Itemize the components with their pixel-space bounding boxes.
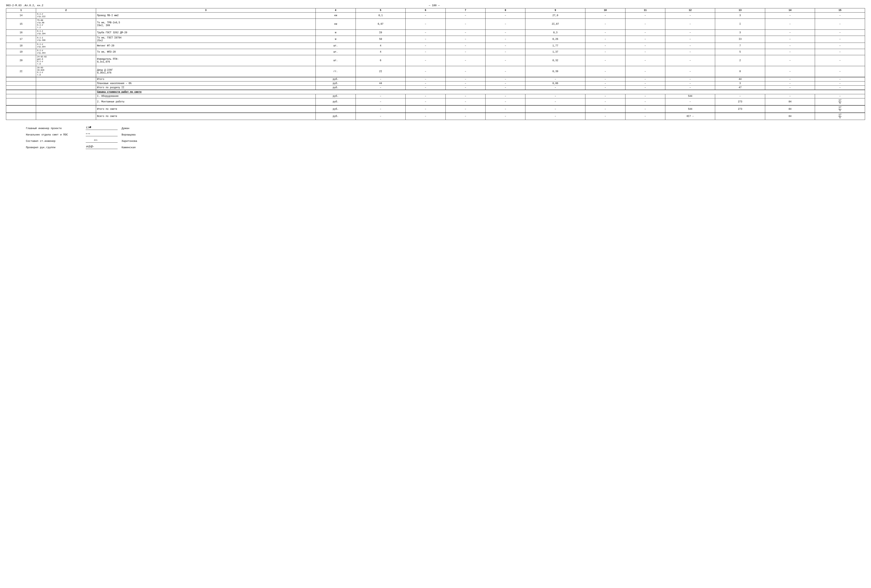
col-header-8: 8: [485, 8, 525, 13]
table-row: 14 П.I-Устр.222 Провод ПВ-I мм2 км 0,1 –…: [6, 13, 865, 19]
sig-role-1: Главный инженер проекте: [26, 127, 82, 130]
sig-name-2: Ворошцова: [121, 133, 145, 136]
col-header-3: 3: [96, 8, 316, 13]
fraction-value: 17 5: [838, 99, 842, 104]
page-number: — 180 —: [429, 4, 440, 7]
sig-row-1: Главный инженер проекте ❴❵❶ Думан: [26, 126, 865, 130]
col-header-12: 12: [665, 8, 715, 13]
vsego-po-smete-row: Всего по смете руб. – – – – – – – 8I7 – …: [6, 113, 865, 120]
col-header-14: 14: [765, 8, 815, 13]
page-header: 903-2-М.83 .Ал.8.2, кн.2 — 180 —: [6, 4, 865, 7]
fraction-value: 17 5: [838, 106, 842, 112]
sig-image-1: ❴❵❶: [86, 126, 118, 130]
col-header-13: 13: [715, 8, 765, 13]
sig-role-2: Начальник отдела смет и ПОС: [26, 133, 82, 136]
summary-row-montazh: 2. Монтажные работы руб. – – – – – – – –…: [6, 98, 865, 106]
table-row: 2I I6-03I0-029П.I-Ут.8 Диод Д-226Г0,36хI…: [6, 66, 865, 77]
sig-name-3: Харитонова: [121, 140, 145, 143]
sig-row-3: Составил ст.инженер ⨯⨯– Харитонова: [26, 139, 865, 143]
fraction-value: 17 5: [838, 114, 842, 119]
summary-row-equipment: I. Оборудование руб. – – – – – – – 544 –…: [6, 94, 865, 98]
sig-role-3: Составил ст.инженер: [26, 140, 82, 143]
sig-image-3: ⨯⨯–: [86, 139, 118, 143]
col-header-7: 7: [446, 8, 485, 13]
total-row-planovye: Плановые накопления – 6% руб. 44 – – – 0…: [6, 82, 865, 86]
total-row-itogo: Итого руб. – – – – – – – – 44 – –: [6, 77, 865, 82]
table-row: 18 П.I-Устр.354 Фитинг ФТ-20 шт. 4 – – –…: [6, 43, 865, 49]
col-header-9: 9: [525, 8, 585, 13]
col-header-5: 5: [356, 8, 406, 13]
summary-title: Сводка стоимости работ по смете: [97, 91, 142, 93]
table-row: 15 Т5-09стр.88П.I-Ут.2 То же, ТРВ-2х0,5I…: [6, 19, 865, 30]
col-header-10: 10: [585, 8, 625, 13]
col-header-11: 11: [625, 8, 665, 13]
total-row-razdel: Итого по разделу II руб. – – – – – – – –…: [6, 86, 865, 90]
sig-name-1: Думан: [121, 127, 145, 130]
table-row: 20 24-02-02доп.6П.I-Ут.8 Извещатель ПТИ–…: [6, 55, 865, 66]
sig-name-4: Каминская: [121, 146, 145, 149]
signatures-section: Главный инженер проекте ❴❵❶ Думан Началь…: [6, 126, 865, 149]
table-row: 16 П.I-Iстр.I04 Труба ГОСТ 3262 ДМ-20 м …: [6, 30, 865, 36]
col-header-6: 6: [406, 8, 446, 13]
total-po-smete-row: Итого по смете руб. – – – – – – – 544 27…: [6, 105, 865, 112]
table-row: 17 П.I-Iстр.I06 То же, ГОСТ I079425х2 м …: [6, 36, 865, 43]
sig-row-4: Проверил рук.группи ⑩⑪⑫– Каминская: [26, 145, 865, 149]
sig-image-2: ≈∼≈: [86, 132, 118, 136]
doc-reference: 903-2-М.83 .Ал.8.2, кн.2: [6, 4, 43, 7]
col-header-2: 2: [36, 8, 96, 13]
col-header-15: 15: [815, 8, 865, 13]
table-row: 19 П.I-Устр.354 То же, ФПЗ-20 шт. 4 – – …: [6, 49, 865, 55]
summary-title-row: Сводка стоимости работ по смете: [6, 90, 865, 94]
col-header-4: 4: [316, 8, 356, 13]
sig-role-4: Проверил рук.группи: [26, 146, 82, 149]
sig-row-2: Начальник отдела смет и ПОС ≈∼≈ Ворошцов…: [26, 132, 865, 136]
main-table: 1 2 3 4 5 6 7 8 9 10 11 12 13 14 15 14 П…: [6, 8, 865, 120]
col-header-1: 1: [6, 8, 36, 13]
sig-image-4: ⑩⑪⑫–: [86, 145, 118, 149]
